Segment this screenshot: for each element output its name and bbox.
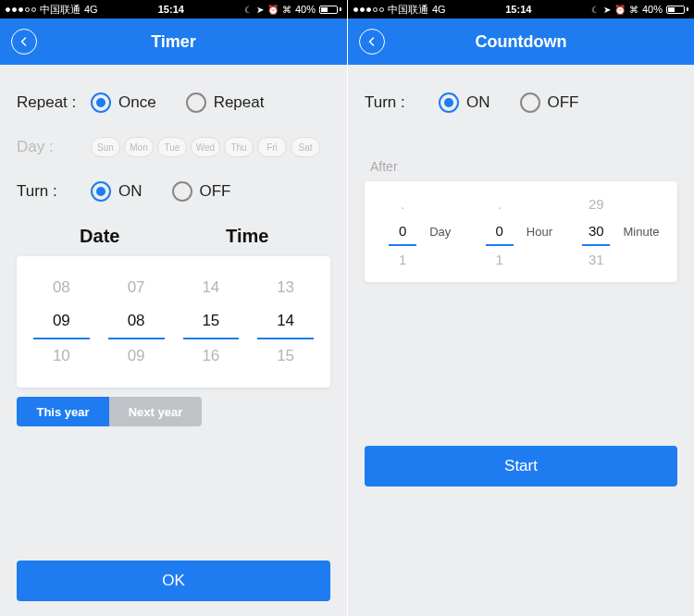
status-bar: 中国联通 4G 15:14 ☾ ➤ ⏰ ⌘ 40%: [0, 0, 347, 18]
turn-off-label: OFF: [548, 93, 579, 112]
nav-bar: Timer: [0, 18, 347, 65]
location-icon: ➤: [603, 5, 611, 15]
nav-bar: Countdown: [348, 18, 694, 65]
turn-off-radio[interactable]: OFF: [520, 92, 579, 113]
battery-percent: 40%: [295, 4, 316, 15]
signal-dots-icon: [6, 7, 36, 12]
timer-screen: 中国联通 4G 15:14 ☾ ➤ ⏰ ⌘ 40% Timer Repeat :: [0, 0, 347, 616]
bluetooth-icon: ⌘: [629, 5, 638, 15]
turn-on-radio[interactable]: ON: [439, 92, 490, 113]
this-year-tab[interactable]: This year: [17, 397, 109, 426]
alarm-icon: ⏰: [614, 5, 626, 15]
day-tue[interactable]: Tue: [157, 137, 187, 157]
status-time: 15:14: [505, 4, 531, 15]
cd-day-picker[interactable]: . 0 1: [376, 191, 429, 273]
hour-picker[interactable]: 14 15 16: [174, 271, 249, 373]
next-year-tab[interactable]: Next year: [109, 397, 202, 426]
start-button[interactable]: Start: [365, 446, 677, 487]
repeat-once-radio[interactable]: Once: [91, 92, 156, 113]
day-sat[interactable]: Sat: [291, 137, 320, 157]
day-mon[interactable]: Mon: [124, 137, 154, 157]
bluetooth-icon: ⌘: [282, 5, 291, 15]
turn-row: Turn : ON OFF: [17, 181, 330, 202]
day-picker[interactable]: 07 08 09: [99, 271, 174, 373]
page-title: Timer: [151, 32, 196, 52]
battery-percent: 40%: [642, 4, 663, 15]
day-thu[interactable]: Thu: [224, 137, 254, 157]
status-time: 15:14: [158, 4, 184, 15]
chevron-left-icon: [19, 36, 30, 47]
date-header: Date: [26, 226, 174, 247]
repeat-label: Repeat :: [17, 93, 91, 112]
minute-picker[interactable]: 13 14 15: [248, 271, 323, 373]
battery-icon: [319, 6, 341, 14]
turn-label: Turn :: [17, 182, 91, 201]
repeat-repeat-label: Repeat: [214, 93, 265, 112]
carrier-label: 中国联通: [40, 3, 81, 17]
year-toggle: This year Next year: [17, 397, 202, 426]
turn-on-label: ON: [466, 93, 490, 112]
turn-off-radio[interactable]: OFF: [172, 181, 231, 202]
countdown-screen: 中国联通 4G 15:14 ☾ ➤ ⏰ ⌘ 40% Countdown Turn…: [347, 0, 694, 616]
after-label: After: [370, 159, 677, 174]
carrier-label: 中国联通: [388, 3, 428, 17]
back-button[interactable]: [359, 29, 385, 55]
page-title: Countdown: [476, 32, 567, 52]
cd-hour-label: Hour: [527, 225, 570, 239]
back-button[interactable]: [11, 29, 37, 55]
day-wed[interactable]: Wed: [191, 137, 220, 157]
status-bar: 中国联通 4G 15:14 ☾ ➤ ⏰ ⌘ 40%: [348, 0, 694, 18]
day-fri[interactable]: Fri: [257, 137, 287, 157]
chevron-left-icon: [366, 36, 378, 47]
day-row: Day : Sun Mon Tue Wed Thu Fri Sat: [17, 137, 330, 157]
signal-dots-icon: [353, 7, 384, 12]
alarm-icon: ⏰: [267, 5, 279, 15]
day-label: Day :: [17, 138, 91, 156]
cd-hour-picker[interactable]: . 0 1: [473, 191, 527, 273]
turn-label: Turn :: [365, 93, 439, 112]
ok-button[interactable]: OK: [17, 561, 330, 601]
turn-row: Turn : ON OFF: [365, 92, 677, 113]
turn-on-radio[interactable]: ON: [91, 181, 143, 202]
network-label: 4G: [84, 4, 98, 15]
day-sun[interactable]: Sun: [91, 137, 120, 157]
network-label: 4G: [432, 4, 446, 15]
repeat-row: Repeat : Once Repeat: [17, 92, 330, 113]
moon-icon: ☾: [244, 5, 253, 15]
datetime-picker[interactable]: 08 09 10 07 08 09 14 15 16 13 14 15: [17, 256, 330, 388]
repeat-repeat-radio[interactable]: Repeat: [186, 92, 265, 113]
battery-icon: [666, 6, 688, 14]
cd-minute-picker[interactable]: 29 30 31: [569, 191, 623, 273]
cd-minute-label: Minute: [623, 225, 666, 239]
month-picker[interactable]: 08 09 10: [24, 271, 99, 373]
moon-icon: ☾: [591, 5, 600, 15]
location-icon: ➤: [256, 5, 264, 15]
turn-off-label: OFF: [200, 182, 231, 201]
repeat-once-label: Once: [118, 93, 156, 112]
turn-on-label: ON: [118, 182, 143, 201]
time-header: Time: [174, 226, 322, 247]
countdown-picker[interactable]: . 0 1 Day . 0 1 Hour 29 30 31 Minute: [365, 181, 677, 282]
cd-day-label: Day: [429, 225, 473, 239]
